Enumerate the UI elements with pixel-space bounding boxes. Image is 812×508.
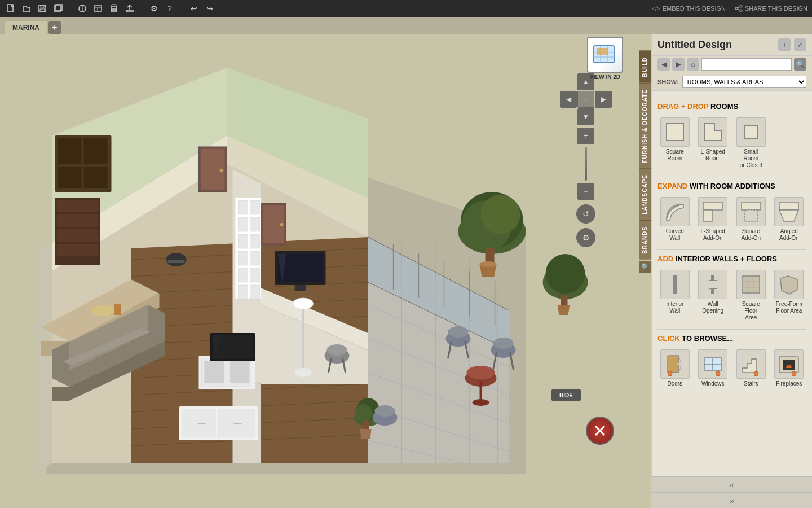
side-tab-furnish[interactable]: FURNISH & DECORATE [639, 83, 651, 169]
small-room-item[interactable]: Small Roomor Closet [734, 115, 769, 171]
open-icon[interactable] [20, 2, 33, 15]
svg-rect-168 [703, 210, 712, 221]
active-tool-indicator[interactable] [586, 417, 614, 445]
svg-rect-169 [742, 202, 761, 210]
interior-wall-item[interactable]: InteriorWall [657, 268, 692, 323]
panel-back-button[interactable]: ◀ [657, 58, 670, 71]
square-room-label: SquareRoom [666, 148, 684, 162]
wall-opening-label: WallOpening [702, 301, 723, 314]
new-icon[interactable] [5, 2, 17, 15]
panel-expand-button[interactable]: ⤢ [794, 38, 806, 51]
l-shaped-addon-item[interactable]: L-ShapedAdd-On [696, 195, 731, 244]
svg-marker-102 [52, 387, 69, 401]
angled-addon-item[interactable]: AngledAdd-On [772, 195, 807, 244]
show-select[interactable]: ROOMS, WALLS & AREAS [682, 76, 806, 88]
side-tab-brands[interactable]: BRANDS [639, 220, 651, 260]
view-2d-button[interactable]: VIEW IN 2D [587, 37, 623, 80]
zoom-in-button[interactable]: + [577, 128, 594, 144]
zoom-out-button[interactable]: − [577, 183, 594, 200]
svg-rect-95 [239, 285, 248, 299]
svg-rect-69 [57, 229, 99, 242]
section-interior: ADD INTERIOR WALLS + FLOORS [657, 255, 806, 263]
undo-icon[interactable]: ↩ [188, 2, 200, 15]
svg-rect-163 [597, 48, 608, 55]
svg-rect-94 [250, 268, 260, 282]
svg-line-18 [738, 9, 740, 10]
square-addon-item[interactable]: SquareAdd-On [734, 195, 769, 244]
freeform-floor-item[interactable]: Free-FormFloor Area [772, 268, 807, 323]
curved-wall-icon [660, 197, 690, 226]
right-panel: Untitled Design i ⤢ ◀ ▶ ⌂ 🔍 SHOW: ROOMS,… [651, 34, 812, 508]
square-room-item[interactable]: SquareRoom [657, 115, 692, 171]
l-shaped-room-item[interactable]: L-ShapedRoom [696, 115, 731, 171]
square-floor-item[interactable]: Square FloorArea [734, 268, 769, 323]
info-icon[interactable]: i [76, 2, 89, 15]
section-add-highlight: ADD [657, 255, 673, 263]
panel-content: DRAG + DROP ROOMS SquareRoom [652, 91, 812, 476]
main-layout: VIEW IN 2D ▲ ◀ · ▶ ▼ + − [0, 34, 812, 508]
svg-point-185 [677, 363, 679, 365]
drag-drop-grid: SquareRoom L-ShapedRoom [657, 115, 806, 171]
panel-search-input[interactable] [701, 58, 792, 71]
hide-button[interactable]: HIDE [551, 389, 581, 401]
panel-home-button[interactable]: ⌂ [687, 58, 699, 71]
svg-rect-100 [295, 285, 306, 291]
doors-item[interactable]: Doors [657, 347, 692, 389]
nav-down-button[interactable]: ▼ [577, 108, 594, 125]
interior-wall-icon [660, 270, 690, 299]
collapse-up-button[interactable]: « [652, 476, 812, 492]
svg-rect-171 [779, 202, 798, 210]
share-link[interactable]: SHARE THIS DESIGN [735, 5, 807, 12]
saveas-icon[interactable] [52, 2, 64, 15]
panel-collapse: « » [652, 476, 812, 508]
svg-rect-73 [84, 138, 108, 164]
svg-marker-47 [36, 243, 52, 474]
svg-point-15 [735, 7, 738, 10]
nav-center-button[interactable]: · [577, 91, 594, 108]
windows-label: Windows [701, 380, 725, 387]
embed-link[interactable]: </> EMBED THIS DESIGN [652, 5, 726, 12]
side-search-button[interactable]: 🔍 [639, 261, 651, 273]
l-shaped-addon-icon [698, 197, 727, 226]
curved-wall-item[interactable]: CurvedWall [657, 195, 692, 244]
freeform-floor-label: Free-FormFloor Area [776, 301, 802, 314]
svg-rect-67 [57, 200, 99, 212]
add-tab-button[interactable]: + [48, 21, 61, 34]
svg-line-17 [738, 7, 740, 8]
section-drag-highlight: DRAG + DROP [657, 102, 708, 111]
svg-rect-170 [745, 210, 757, 221]
wall-opening-item[interactable]: WallOpening [696, 268, 731, 323]
export-icon[interactable] [123, 2, 136, 15]
svg-marker-165 [704, 124, 721, 141]
panel-search-button[interactable]: 🔍 [794, 58, 806, 71]
print-icon[interactable] [108, 2, 120, 15]
redo-icon[interactable]: ↪ [204, 2, 216, 15]
panel-info-button[interactable]: i [778, 38, 791, 51]
svg-point-120 [327, 344, 347, 356]
nav-left-button[interactable]: ◀ [560, 91, 577, 108]
svg-point-62 [220, 169, 223, 172]
nav-right-button[interactable]: ▶ [595, 91, 612, 108]
design-canvas[interactable]: VIEW IN 2D ▲ ◀ · ▶ ▼ + − [0, 34, 651, 508]
browse-grid: Doors Windows [657, 347, 806, 389]
stairs-item[interactable]: Stairs [734, 347, 769, 389]
settings-button[interactable]: ⚙ [576, 228, 595, 247]
save-icon[interactable] [36, 2, 48, 15]
expand-grid: CurvedWall L-ShapedAdd-On [657, 195, 806, 244]
windows-item[interactable]: Windows [696, 347, 731, 389]
side-tab-landscape[interactable]: LANDSCAPE [639, 168, 651, 220]
hide-area: HIDE [585, 417, 615, 457]
svg-rect-83 [168, 260, 185, 263]
fireplaces-label: Fireplaces [776, 380, 802, 387]
fireplaces-item[interactable]: Fireplaces [772, 347, 807, 389]
svg-point-139 [493, 338, 514, 349]
tab-marina[interactable]: MARINA [5, 21, 47, 34]
rotate-button[interactable]: ↺ [576, 204, 595, 224]
list-icon[interactable] [92, 2, 104, 15]
collapse-down-button[interactable]: » [652, 492, 812, 508]
svg-point-16 [740, 10, 742, 12]
help-icon[interactable]: ? [164, 2, 176, 15]
side-tab-build[interactable]: BUILD [639, 51, 651, 83]
settings-icon[interactable]: ⚙ [148, 2, 160, 15]
panel-forward-button[interactable]: ▶ [672, 58, 685, 71]
